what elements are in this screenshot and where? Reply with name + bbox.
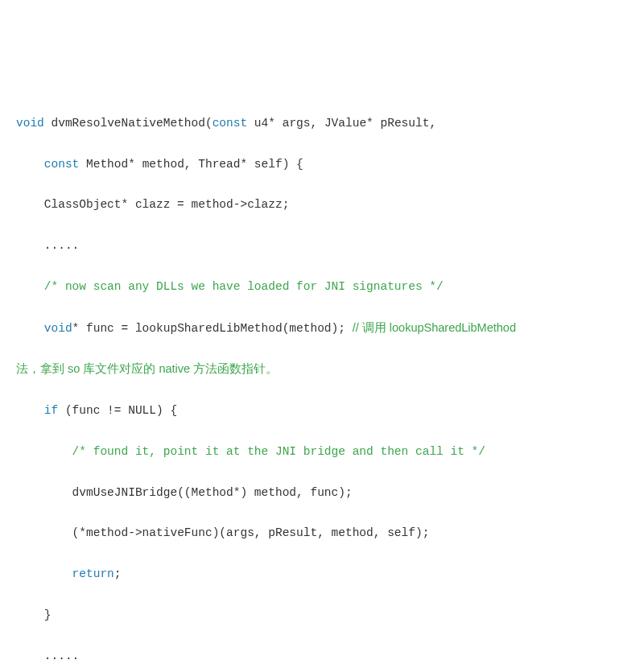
comment: // 调用 lookupSharedLibMethod — [353, 321, 516, 334]
code-line: ClassObject* clazz = method->clazz; — [16, 195, 644, 215]
code-block: void dvmResolveNativeMethod(const u4* ar… — [16, 93, 644, 665]
code-text: Method* method, Thread* self) { — [79, 158, 303, 171]
keyword: const — [44, 158, 80, 171]
comment: /* now scan any DLLs we have loaded for … — [44, 280, 444, 293]
code-text: } — [44, 608, 52, 621]
code-line: dvmUseJNIBridge((Method*) method, func); — [16, 483, 644, 503]
keyword: void — [44, 322, 72, 335]
code-text: dvmResolveNativeMethod( — [44, 117, 213, 130]
comment: /* found it, point it at the JNI bridge … — [72, 445, 485, 458]
keyword: void — [16, 117, 44, 130]
code-line: const Method* method, Thread* self) { — [16, 155, 644, 175]
code-text: ; — [114, 567, 122, 580]
code-line: /* now scan any DLLs we have loaded for … — [16, 277, 644, 297]
code-line: 法，拿到 so 库文件对应的 native 方法函数指针。 — [16, 359, 644, 380]
code-line: void dvmResolveNativeMethod(const u4* ar… — [16, 113, 644, 134]
keyword: const — [213, 117, 248, 130]
code-line: ..... — [16, 236, 644, 256]
code-text: (func != NULL) { — [58, 404, 177, 417]
keyword: return — [72, 567, 114, 580]
code-text: ..... — [44, 239, 80, 252]
code-line: if (func != NULL) { — [16, 401, 644, 421]
code-text: ClassObject* clazz = method->clazz; — [44, 198, 290, 211]
code-text: (*method->nativeFunc)(args, pResult, met… — [72, 526, 430, 539]
code-line: void* func = lookupSharedLibMethod(metho… — [16, 318, 644, 339]
code-line: ..... — [16, 646, 644, 664]
code-text: u4* args, JValue* pResult, — [247, 117, 436, 130]
code-line: (*method->nativeFunc)(args, pResult, met… — [16, 523, 644, 543]
keyword: if — [44, 404, 58, 417]
code-line: /* found it, point it at the JNI bridge … — [16, 442, 644, 462]
comment: 法，拿到 so 库文件对应的 native 方法函数指针。 — [16, 362, 278, 375]
code-line: return; — [16, 564, 644, 584]
code-text: * func = lookupSharedLibMethod(method); — [72, 322, 353, 335]
code-text: dvmUseJNIBridge((Method*) method, func); — [72, 486, 353, 499]
code-text: ..... — [44, 650, 80, 662]
code-line: } — [16, 605, 644, 625]
